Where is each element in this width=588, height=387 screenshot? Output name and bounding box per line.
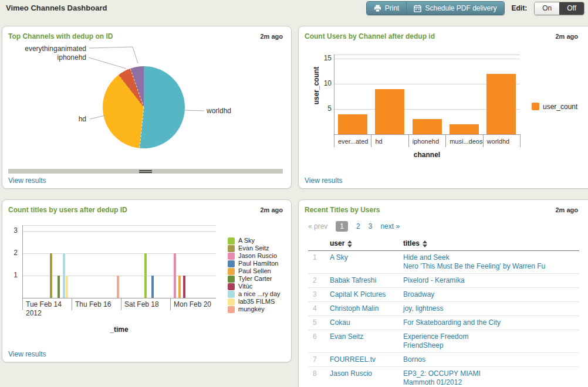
calendar-icon: [414, 5, 421, 12]
gridline: [22, 231, 216, 232]
legend-label: Paul Sellen: [238, 267, 271, 275]
legend-label: A Sky: [238, 237, 255, 245]
title-link[interactable]: EP3_2: OCCUPY MIAMI: [403, 369, 579, 378]
title-link[interactable]: Mammoth 01/2012: [403, 378, 579, 387]
bar-musi...deos[interactable]: [450, 124, 479, 134]
time-bar-Paul Sellen[interactable]: [178, 276, 181, 298]
time-bar-Jason Ruscio[interactable]: [174, 253, 176, 298]
bar-iphonehd[interactable]: [413, 119, 442, 134]
legend-label: a nice ...ry day: [238, 290, 281, 298]
y-tick-label: 3: [2, 226, 18, 235]
x-tick: [121, 298, 121, 310]
sort-icon[interactable]: [347, 240, 352, 247]
y-tick-label: 2: [2, 249, 18, 257]
x-tick-label: Mon Feb 20: [174, 300, 211, 308]
title-link[interactable]: Broadway: [403, 290, 579, 299]
schedule-pdf-button[interactable]: Schedule PDF delivery: [406, 2, 503, 15]
edit-on-button[interactable]: On: [535, 2, 559, 15]
titles-cell: Hide and SeekNero 'This Must Be the Feel…: [403, 253, 579, 271]
pie-chart[interactable]: [103, 66, 185, 148]
titles-column-label: titles: [403, 239, 420, 247]
x-axis-line: [334, 134, 520, 135]
legend-swatch: [228, 245, 235, 252]
time-bar-a nice ...ry day[interactable]: [63, 253, 65, 298]
print-button[interactable]: Print: [367, 2, 407, 15]
titles-cell: Bornos: [403, 355, 579, 364]
x-tick-label: worldhd: [487, 138, 510, 145]
user-cell: FOURREEL.tv: [330, 355, 403, 364]
table-row: 5CokauFor Skateboarding and the City: [308, 316, 579, 330]
view-results-link[interactable]: View results: [305, 176, 342, 185]
view-results-link[interactable]: View results: [8, 176, 46, 185]
x-tick-label: ever...ated: [338, 138, 368, 145]
pagination-prev: « prev: [308, 222, 327, 230]
user-link[interactable]: Evan Seitz: [330, 332, 403, 341]
legend-label: Tyler Carter: [238, 275, 272, 283]
title-link[interactable]: FriendSheep: [403, 341, 579, 350]
title-link[interactable]: Pixelord - Keramika: [403, 276, 579, 285]
titles-cell: For Skateboarding and the City: [403, 318, 579, 327]
legend-item: Paul Sellen: [228, 267, 281, 275]
export-button-group: Print Schedule PDF delivery: [366, 1, 505, 15]
x-tick: [408, 134, 409, 147]
y-tick-label: 5: [309, 104, 332, 113]
pagination-next[interactable]: next »: [380, 222, 400, 230]
titles-cell: EP3_2: OCCUPY MIAMIMammoth 01/2012: [403, 369, 579, 387]
x-tick: [445, 134, 446, 147]
titles-cell: Pixelord - Keramika: [403, 276, 579, 285]
user-link[interactable]: Capital K Pictures: [330, 290, 403, 299]
pie-label-hd: hd: [79, 115, 86, 123]
results-table: user titles 1A SkyHide and SeekNero 'Thi…: [308, 236, 579, 387]
x-tick-label: musi...deos: [450, 138, 482, 145]
legend-swatch: [228, 260, 235, 267]
horizontal-scrollbar[interactable]: [8, 169, 283, 174]
user-link[interactable]: Christoph Malin: [330, 304, 403, 313]
table-row: 1A SkyHide and SeekNero 'This Must Be th…: [308, 251, 579, 274]
panel-count-users: Count Users by Channel after dedup id 2m…: [298, 26, 588, 189]
time-bar-Vitùc[interactable]: [183, 276, 185, 298]
user-link[interactable]: Jason Ruscio: [330, 369, 403, 378]
title-link[interactable]: Experience Freedom: [403, 332, 579, 341]
legend-swatch: [228, 253, 235, 260]
panel-age: 2m ago: [555, 206, 578, 213]
edit-off-button[interactable]: Off: [559, 2, 584, 15]
bar-ever...ated[interactable]: [338, 114, 367, 134]
y-axis-line: [334, 55, 334, 134]
titles-column-header[interactable]: titles: [403, 239, 579, 247]
x-axis-title: _time: [22, 325, 216, 334]
title-link[interactable]: Bornos: [403, 355, 579, 364]
time-bar-Tyler Carter[interactable]: [58, 276, 60, 298]
title-link[interactable]: Nero 'This Must Be the Feeling' by Warre…: [403, 262, 579, 271]
time-bar-Paul Hamilton[interactable]: [151, 276, 154, 298]
table-row: 2Babak TafreshiPixelord - Keramika: [308, 274, 579, 288]
pagination-page-3[interactable]: 3: [369, 222, 373, 230]
pagination-page-2[interactable]: 2: [356, 222, 360, 230]
user-link[interactable]: Babak Tafreshi: [330, 276, 403, 285]
sort-icon[interactable]: [423, 240, 427, 247]
time-bar-Evan Seitz[interactable]: [50, 253, 52, 298]
edit-label: Edit:: [512, 4, 528, 12]
scrollbar-grip-icon[interactable]: [139, 169, 152, 173]
legend-item: Tyler Carter: [228, 275, 281, 283]
row-number: 5: [308, 318, 330, 327]
time-bar-A Sky[interactable]: [144, 253, 147, 298]
title-link[interactable]: For Skateboarding and the City: [403, 318, 579, 327]
time-bar-lab35 FILMS[interactable]: [66, 276, 68, 298]
user-link[interactable]: A Sky: [330, 253, 403, 262]
user-link[interactable]: Cokau: [330, 318, 403, 327]
user-link[interactable]: FOURREEL.tv: [330, 355, 403, 364]
pagination-page-1[interactable]: 1: [336, 221, 348, 232]
time-bar-mungkey[interactable]: [117, 276, 119, 298]
view-results-link[interactable]: View results: [8, 350, 46, 358]
titles-cell: Experience FreedomFriendSheep: [403, 332, 579, 350]
y-tick-label: 1: [2, 271, 18, 279]
user-column-header[interactable]: user: [330, 239, 403, 247]
legend-swatch: [532, 103, 539, 110]
plot-top-border: [334, 55, 520, 55]
title-link[interactable]: Hide and Seek: [403, 253, 579, 262]
bar-hd[interactable]: [375, 89, 404, 134]
x-tick: [170, 298, 171, 310]
bar-worldhd[interactable]: [486, 74, 516, 134]
title-link[interactable]: joy, lightness: [403, 304, 579, 313]
top-header: Vimeo Channels Dashboard Print: [0, 0, 588, 21]
